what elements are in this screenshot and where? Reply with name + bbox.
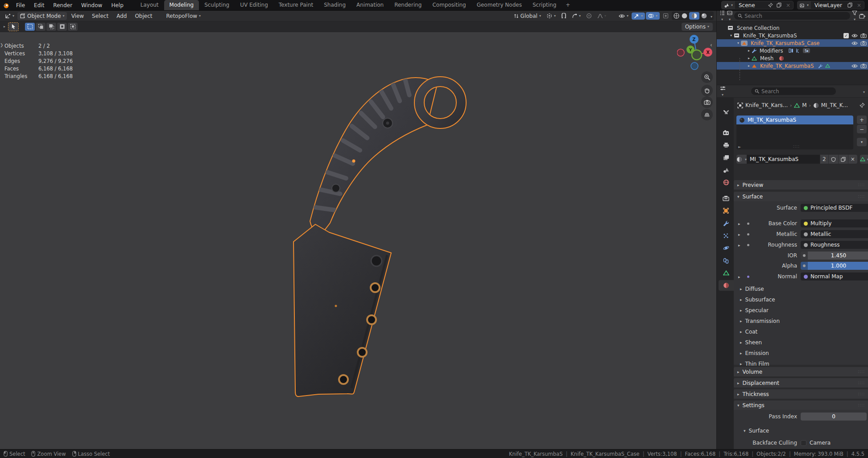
bevel-modifier-icon[interactable] [796, 48, 801, 53]
material-name-field[interactable] [747, 155, 820, 164]
hide-eye-icon[interactable] [851, 41, 858, 45]
expand-arrow-icon[interactable]: ▸ [746, 56, 752, 60]
blender-logo-icon[interactable] [0, 0, 12, 10]
scene-pin-icon[interactable] [766, 1, 775, 9]
view-layer-tab[interactable] [718, 152, 734, 163]
render-tab[interactable] [718, 127, 734, 138]
tool-tab[interactable] [718, 107, 734, 118]
outliner-filter-icon[interactable] [852, 10, 857, 22]
tab-scripting[interactable]: Scripting [527, 0, 562, 10]
scene-name[interactable]: Scene [735, 2, 766, 8]
navigation-gizmo[interactable]: Z Y X [677, 34, 716, 76]
row-scene-collection[interactable]: Scene Collection [717, 24, 868, 32]
menu-edit[interactable]: Edit [29, 0, 49, 10]
modifiers-tab[interactable] [718, 218, 734, 228]
render-visibility-icon[interactable] [860, 33, 867, 38]
new-collection-button[interactable] [859, 13, 865, 19]
render-visibility-icon[interactable] [860, 41, 867, 45]
panel-surface-header[interactable]: Surface········ [734, 192, 868, 201]
new-material-copy-icon[interactable] [838, 155, 848, 164]
add-workspace-button[interactable]: + [562, 0, 574, 10]
gizmos-toggle[interactable] [632, 12, 645, 20]
expand-arrow-icon[interactable]: ▸ [746, 49, 752, 53]
menu-view[interactable]: View [68, 12, 87, 20]
constraints-tab[interactable] [718, 255, 734, 266]
section-coat[interactable]: Coat [740, 328, 757, 336]
select-mode-set[interactable] [25, 23, 35, 31]
add-material-slot-button[interactable]: + [857, 116, 867, 124]
tool-settings-expand-icon[interactable]: ▸ [4, 25, 5, 29]
section-sheen[interactable]: Sheen [740, 338, 762, 347]
tab-sculpting[interactable]: Sculpting [199, 0, 235, 10]
shading-material-preview-button[interactable] [689, 12, 699, 20]
scene-copy-icon[interactable] [775, 1, 783, 9]
section-emission[interactable]: Emission [740, 349, 769, 357]
smooth-by-angle-icon[interactable] [803, 48, 810, 53]
shading-options-dropdown[interactable] [709, 13, 712, 19]
slot-list-expand-icon[interactable]: ► [738, 145, 741, 149]
shading-solid-button[interactable] [681, 12, 688, 19]
collapse-arrow-icon[interactable]: ▾ [728, 33, 734, 37]
overlays-toggle[interactable] [646, 12, 660, 20]
panel-volume-header[interactable]: Volume········ [734, 367, 868, 376]
collection-tab[interactable] [718, 193, 734, 203]
row-collection-knife[interactable]: ▾ Knife_TK_KarsumbaS ✓ [717, 32, 868, 39]
object-tab[interactable] [718, 205, 734, 216]
editor-type-icon[interactable] [3, 12, 17, 20]
pin-id-icon[interactable] [860, 103, 865, 108]
hide-eye-icon[interactable] [851, 64, 858, 68]
tab-texture-paint[interactable]: Texture Paint [273, 0, 318, 10]
material-slot-active[interactable]: MI_TK_KarsumbaS [736, 116, 853, 124]
gizmo-axis-neg-z[interactable] [691, 62, 698, 70]
properties-search-input[interactable] [761, 88, 832, 95]
menu-object[interactable]: Object [131, 12, 156, 20]
collection-exclude-checkbox[interactable]: ✓ [843, 33, 849, 38]
xray-toggle[interactable] [661, 12, 671, 20]
breadcrumb-mesh[interactable]: M [802, 102, 806, 108]
section-subsurface[interactable]: Subsurface [740, 296, 775, 304]
material-specials-dropdown[interactable]: ▾ [857, 138, 867, 146]
panel-settings-header[interactable]: Settings········ [734, 400, 868, 410]
select-mode-invert[interactable] [57, 23, 67, 31]
tab-geometry-nodes[interactable]: Geometry Nodes [471, 0, 527, 10]
panel-thickness-header[interactable]: Thickness········ [734, 389, 868, 399]
roughness-input[interactable]: Roughness [801, 241, 868, 249]
material-tab[interactable] [719, 280, 734, 291]
surface-shader-dropdown[interactable]: Principled BSDF [801, 204, 868, 212]
settings-surface-subpanel[interactable]: Surface [744, 427, 769, 435]
mode-dropdown[interactable]: Object Mode [17, 12, 67, 20]
material-user-count[interactable]: 2 [820, 155, 828, 164]
view-layer-copy-icon[interactable] [846, 1, 854, 9]
backface-camera-checkbox[interactable] [801, 440, 806, 446]
tab-animation[interactable]: Animation [351, 0, 389, 10]
pass-index-slider[interactable]: 0 [801, 413, 867, 421]
physics-tab[interactable] [718, 243, 734, 253]
ior-slider[interactable]: 1.450 [801, 252, 868, 260]
menu-select[interactable]: Select [88, 12, 112, 20]
gizmo-axis-neg-x[interactable] [677, 49, 684, 56]
menu-window[interactable]: Window [77, 0, 107, 10]
mirror-modifier-icon[interactable] [789, 48, 794, 53]
transform-orientation-dropdown[interactable]: Global [512, 12, 543, 20]
perspective-toggle-button[interactable] [701, 109, 713, 120]
tab-uv-editing[interactable]: UV Editing [235, 0, 273, 10]
tab-layout[interactable]: Layout [135, 0, 164, 10]
material-sphere-icon[interactable] [779, 56, 784, 61]
view-layer-name[interactable]: ViewLayer [811, 2, 846, 8]
stats-collapse-icon[interactable]: ❯ [0, 43, 4, 47]
tab-shading[interactable]: Shading [318, 0, 351, 10]
row-modifiers[interactable]: ▸ Modifiers [717, 47, 868, 54]
select-mode-subtract[interactable] [46, 23, 56, 31]
remove-material-slot-button[interactable]: − [857, 125, 867, 133]
tab-rendering[interactable]: Rendering [389, 0, 427, 10]
tab-compositing[interactable]: Compositing [427, 0, 471, 10]
knife-ring-pommel[interactable] [414, 77, 466, 128]
select-mode-extend[interactable] [36, 23, 45, 31]
tool-options-button[interactable]: Options [682, 23, 713, 31]
menu-add[interactable]: Add [113, 12, 130, 20]
scene-unlink-icon[interactable]: × [783, 2, 793, 8]
breadcrumb-material[interactable]: MI_TK_K... [821, 102, 848, 108]
panel-preview-header[interactable]: Preview········ [734, 180, 868, 190]
fake-user-shield-icon[interactable] [828, 155, 838, 164]
snap-target-dropdown[interactable] [544, 12, 558, 20]
